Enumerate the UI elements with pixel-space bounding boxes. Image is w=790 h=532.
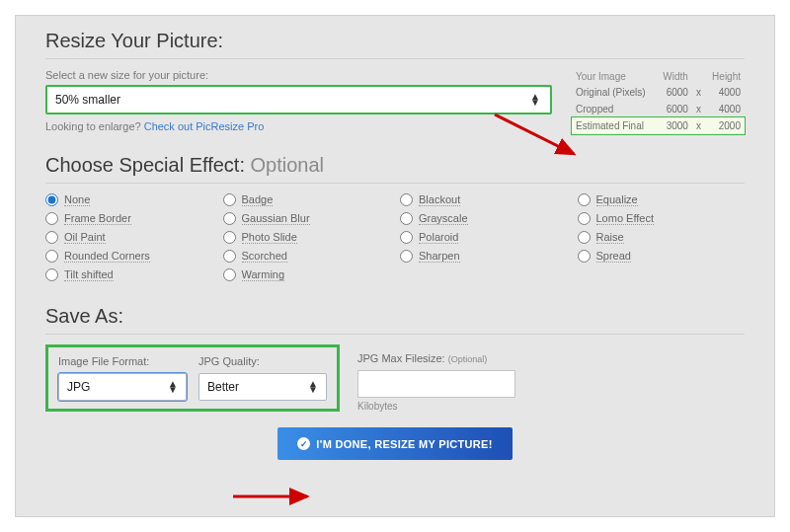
effect-label: Frame Border — [64, 212, 131, 225]
effect-radio[interactable] — [45, 268, 58, 281]
effect-label: Warming — [242, 268, 285, 281]
size-label: Select a new size for your picture: — [45, 69, 552, 81]
size-select-value: 50% smaller — [55, 93, 120, 107]
select-arrows-icon: ▲▼ — [308, 381, 318, 393]
resize-form: Resize Your Picture: Select a new size f… — [15, 15, 775, 517]
effect-option[interactable]: Sharpen — [400, 250, 568, 263]
effect-label: None — [64, 193, 90, 206]
effects-title: Choose Special Effect: Optional — [45, 154, 745, 177]
effect-option[interactable]: Photo Slide — [223, 231, 391, 244]
effect-option[interactable]: Equalize — [578, 193, 746, 206]
effect-radio[interactable] — [578, 231, 591, 244]
effect-radio[interactable] — [400, 250, 413, 263]
done-button[interactable]: ✓ I'M DONE, RESIZE MY PICTURE! — [277, 427, 512, 460]
divider — [45, 334, 745, 335]
effect-label: Polaroid — [419, 231, 458, 244]
row-estimated: Estimated Final 3000 x 2000 — [572, 117, 745, 134]
format-label: Image File Format: — [58, 355, 187, 367]
resize-title: Resize Your Picture: — [45, 30, 745, 52]
effect-label: Gaussian Blur — [242, 212, 310, 225]
effect-radio[interactable] — [223, 231, 236, 244]
effect-label: Oil Paint — [64, 231, 106, 244]
effect-option[interactable]: Rounded Corners — [45, 250, 213, 263]
row-cropped: Cropped 6000 x 4000 — [572, 101, 745, 117]
effect-option[interactable]: Polaroid — [400, 231, 568, 244]
effect-option[interactable]: Raise — [578, 231, 746, 244]
dimensions-table: Your Image Width Height Original (Pixels… — [572, 69, 745, 134]
effect-radio[interactable] — [45, 231, 58, 244]
effect-option[interactable]: Badge — [223, 193, 391, 206]
effect-label: Blackout — [419, 193, 460, 206]
kilobytes-label: Kilobytes — [357, 401, 515, 412]
divider — [45, 183, 745, 184]
effect-label: Badge — [242, 193, 274, 206]
effect-radio[interactable] — [578, 193, 591, 206]
size-select[interactable]: 50% smaller ▲▼ — [45, 85, 552, 114]
enlarge-text: Looking to enlarge? Check out PicResize … — [45, 120, 552, 132]
effect-option[interactable]: Grayscale — [400, 212, 568, 225]
effect-radio[interactable] — [45, 250, 58, 263]
max-filesize-input[interactable] — [357, 370, 515, 398]
effect-radio[interactable] — [223, 250, 236, 263]
effect-option[interactable]: Gaussian Blur — [223, 212, 391, 225]
annotation-arrow-icon — [228, 485, 317, 509]
format-select[interactable]: JPG ▲▼ — [58, 373, 187, 401]
effect-option[interactable]: Oil Paint — [45, 231, 213, 244]
effect-radio[interactable] — [578, 212, 591, 225]
effect-label: Grayscale — [419, 212, 468, 225]
effect-radio[interactable] — [400, 193, 413, 206]
row-original: Original (Pixels) 6000 x 4000 — [572, 84, 745, 101]
saveas-title: Save As: — [45, 305, 745, 328]
effect-label: Sharpen — [419, 250, 460, 263]
effect-radio[interactable] — [223, 193, 236, 206]
effect-option[interactable]: Blackout — [400, 193, 568, 206]
effect-label: Scorched — [242, 250, 287, 263]
effect-radio[interactable] — [578, 250, 591, 263]
effect-option[interactable]: Lomo Effect — [578, 212, 746, 225]
divider — [45, 58, 745, 59]
save-highlight-box: Image File Format: JPG ▲▼ JPG Quality: B… — [45, 344, 340, 412]
picresize-pro-link[interactable]: Check out PicResize Pro — [144, 120, 265, 132]
effect-label: Lomo Effect — [596, 212, 655, 225]
effect-radio[interactable] — [223, 268, 236, 281]
effect-option[interactable]: Scorched — [223, 250, 391, 263]
effect-radio[interactable] — [400, 212, 413, 225]
effect-label: Photo Slide — [242, 231, 297, 244]
effect-option[interactable]: Warming — [223, 268, 391, 281]
quality-select[interactable]: Better ▲▼ — [198, 373, 327, 401]
effect-label: Spread — [596, 250, 631, 263]
check-icon: ✓ — [297, 437, 310, 450]
effect-option[interactable]: Frame Border — [45, 212, 213, 225]
effect-radio[interactable] — [45, 212, 58, 225]
effect-label: Raise — [596, 231, 624, 244]
quality-label: JPG Quality: — [198, 355, 327, 367]
effect-radio[interactable] — [223, 212, 236, 225]
effect-label: Tilt shifted — [64, 268, 114, 281]
effect-label: Equalize — [596, 193, 638, 206]
select-arrows-icon: ▲▼ — [530, 94, 540, 106]
effect-option[interactable]: Tilt shifted — [45, 268, 213, 281]
effects-grid: NoneBadgeBlackoutEqualizeFrame BorderGau… — [45, 193, 745, 281]
select-arrows-icon: ▲▼ — [168, 381, 178, 393]
maxfs-label: JPG Max Filesize: (Optional) — [357, 352, 515, 364]
effect-label: Rounded Corners — [64, 250, 150, 263]
effect-radio[interactable] — [400, 231, 413, 244]
effect-radio[interactable] — [45, 193, 58, 206]
effect-option[interactable]: Spread — [578, 250, 746, 263]
effect-option[interactable]: None — [45, 193, 213, 206]
